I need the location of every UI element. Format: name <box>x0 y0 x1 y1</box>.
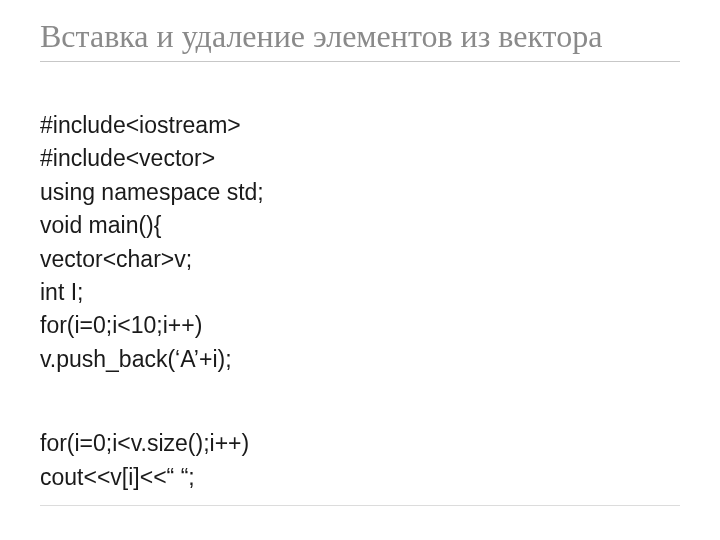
slide-title: Вставка и удаление элементов из вектора <box>40 18 680 55</box>
code-line: cout<<v[i]<<“ “; <box>40 464 195 490</box>
code-blank-line <box>40 494 680 512</box>
code-line: #include<vector> <box>40 145 215 171</box>
title-wrap: Вставка и удаление элементов из вектора <box>40 18 680 62</box>
code-line: void main(){ <box>40 212 161 238</box>
footer-divider <box>40 505 680 506</box>
code-blank-line <box>40 376 680 394</box>
code-line: for(i=0;i<10;i++) <box>40 312 202 338</box>
code-line: for(i=0;i<v.size();i++) <box>40 430 249 456</box>
slide: Вставка и удаление элементов из вектора … <box>0 0 720 540</box>
code-line: v.push_back(‘A’+i); <box>40 346 232 372</box>
code-line: using namespace std; <box>40 179 264 205</box>
code-block: #include<iostream> #include<vector> usin… <box>40 76 680 540</box>
code-line: vector<char>v; <box>40 246 192 272</box>
code-line: int I; <box>40 279 83 305</box>
code-line: #include<iostream> <box>40 112 241 138</box>
